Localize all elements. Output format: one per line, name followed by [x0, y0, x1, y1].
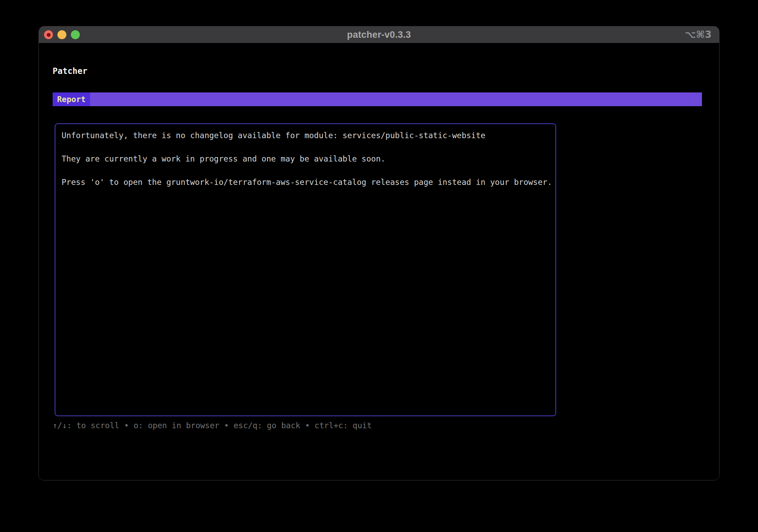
- report-line-press-o: Press 'o' to open the gruntwork-io/terra…: [62, 176, 549, 188]
- window-title: patcher-v0.3.3: [39, 26, 719, 43]
- terminal-window: patcher-v0.3.3 ⌥⌘3 Patcher Report Unfort…: [39, 26, 719, 480]
- app-title: Patcher: [53, 66, 87, 76]
- report-line-no-changelog: Unfortunately, there is no changelog ava…: [62, 130, 549, 141]
- window-titlebar[interactable]: patcher-v0.3.3 ⌥⌘3: [39, 26, 719, 43]
- terminal-content: Patcher Report Unfortunately, there is n…: [39, 43, 719, 480]
- tab-bar: Report: [53, 92, 702, 106]
- report-line-work-in-progress: They are currently a work in progress an…: [62, 153, 549, 165]
- window-shortcut-hint: ⌥⌘3: [685, 26, 712, 43]
- changelog-viewport[interactable]: Unfortunately, there is no changelog ava…: [55, 123, 556, 416]
- tab-report[interactable]: Report: [53, 92, 90, 106]
- help-bar: ↑/↓: to scroll • o: open in browser • es…: [53, 421, 372, 430]
